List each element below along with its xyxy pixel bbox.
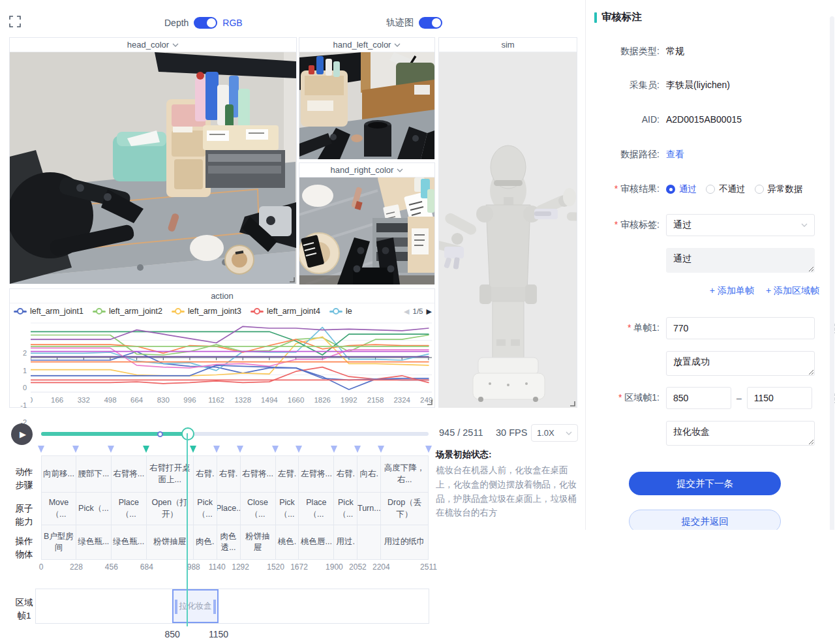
scale-tick-label: 456 [105,562,118,572]
panel-title-row: 审核标注 [594,10,642,24]
table-cell: Pick（... [76,493,112,525]
toggle-knob [207,18,216,27]
data-path-row: 数据路径: 查看 [594,149,823,161]
boundary-marker-icon [108,446,114,453]
timeline-rail [41,419,429,445]
steps-table-row-object: B户型房间绿色瓶...绿色瓶...粉饼抽屉肉色.肉色透...粉饼抽屉桃色.桃色唇… [41,525,429,560]
panel-title: 审核标注 [601,10,642,24]
depth-rgb-toggle[interactable] [194,17,217,29]
boundary-marker-icon [354,446,361,453]
legend-item-le[interactable]: le [329,307,352,316]
review-tag-note[interactable]: 通过 [666,248,815,273]
table-cell: 高度下降，右... [381,455,429,493]
region-frame-track[interactable]: 拉化妆盒 [35,589,429,624]
sim-viewport[interactable] [439,52,577,408]
chart-area: 210-1-2 [10,319,434,396]
x-tick-label: 1660 [288,396,305,404]
playback-speed-select[interactable]: 1.0X [531,424,578,442]
legend-item-left_arm_joint4[interactable]: left_arm_joint4 [250,307,320,316]
resize-handle-icon[interactable] [289,277,295,283]
review-tag-select[interactable]: 通过 [666,214,815,236]
add-single-frame-link[interactable]: + 添加单帧 [710,285,754,297]
legend-label: left_arm_joint1 [30,307,84,316]
radio-option-fail[interactable]: 不通过 [706,183,746,195]
single-frame-note[interactable]: 放置成功 [666,351,815,376]
play-button[interactable]: ▶ [11,423,33,445]
x-tick-label: 1328 [234,396,251,404]
table-cell: 用过的纸巾 [381,525,429,560]
single-frame-label: 单帧1: [594,322,660,334]
table-cell: 右臂将... [241,455,276,493]
range-separator: – [736,393,742,403]
legend-item-left_arm_joint2[interactable]: left_arm_joint2 [93,307,162,316]
legend-item-left_arm_joint1[interactable]: left_arm_joint1 [14,307,84,316]
toggle-knob [432,18,441,27]
hand-right-camera-select[interactable]: hand_right_color [299,163,434,177]
scale-tick-label: 228 [70,562,83,572]
segment-right-handle[interactable] [213,600,216,614]
x-tick-label: 2158 [367,396,384,404]
speed-value: 1.0X [537,428,554,438]
table-cell: 绿色瓶... [76,525,112,560]
scale-tick-label: 1140 [209,562,226,572]
region-frame-end-input[interactable] [747,387,812,409]
chevron-down-icon [394,43,401,47]
play-icon: ▶ [20,429,26,439]
radio-option-abnormal[interactable]: 异常数据 [755,183,803,195]
trajectory-toggle[interactable] [419,17,442,29]
hand-right-camera-panel: hand_right_color [299,162,435,284]
x-tick-label: 830 [157,396,170,404]
chevron-down-icon [397,168,403,172]
submit-next-button[interactable]: 提交并下一条 [629,472,781,495]
table-cell: 右臂. [334,455,357,493]
table-cell: 右臂将... [112,455,147,493]
panel-scrollbar[interactable] [830,16,834,542]
resize-handle-icon[interactable] [569,401,575,406]
scene-initial-state: 场景初始状态: 梳妆台在机器人前，化妆盒在桌面上，化妆盒的侧边摆放着物品，化妆品… [436,448,583,520]
scale-tick-label: 0 [39,562,44,572]
table-cell: Place（... [112,493,147,525]
add-region-frame-link[interactable]: + 添加区域帧 [766,285,819,297]
fullscreen-icon[interactable] [9,16,21,27]
radio-option-pass[interactable]: 通过 [666,183,697,195]
table-cell: 用过. [334,525,357,560]
review-result-row: 审核结果: 通过 不通过 异常数据 [594,183,823,195]
resize-handle-icon[interactable] [427,399,433,405]
radio-label: 异常数据 [768,183,803,195]
table-cell: Move（... [41,493,76,525]
table-cell: 右臂. [217,455,241,493]
legend-item-left_arm_joint3[interactable]: left_arm_joint3 [172,307,241,316]
table-cell: 桃色. [276,525,299,560]
collector-value: 李轶晨(liyichen) [666,80,730,91]
table-cell: 桃色唇... [299,525,334,560]
frame-progress-text: 945 / 2511 [439,427,483,438]
playhead-line[interactable] [187,433,188,626]
region-end-label: 1150 [209,629,228,639]
head-camera-select[interactable]: head_color [10,38,296,52]
legend-next-page-icon[interactable]: ▶ [427,307,432,316]
chevron-down-icon [172,43,179,47]
boundary-marker-icon [272,446,279,453]
radio-label: 通过 [679,183,697,195]
row-label-object: 操作 物体 [9,535,39,560]
table-cell: Close（... [241,493,276,525]
y-tick-label: 0 [10,384,27,391]
legend-label: le [346,307,352,316]
data-path-view-link[interactable]: 查看 [666,149,684,161]
slider-handle[interactable] [181,427,194,440]
single-frame-input[interactable] [666,317,815,339]
table-cell: 肉色. [194,525,217,560]
table-cell: 向前移... [41,455,76,493]
legend-marker-icon [250,308,264,314]
slider-fill [41,432,187,436]
segment-left-handle[interactable] [175,600,177,614]
region-frame-row: 区域帧1: – [594,387,823,409]
legend-prev-page-icon[interactable]: ◀ [404,307,409,316]
hand-left-camera-select[interactable]: hand_left_color [299,38,434,52]
region-frame-note[interactable]: 拉化妆盒 [666,421,815,446]
region-start-label: 850 [164,629,179,639]
region-segment[interactable]: 拉化妆盒 [172,589,219,623]
region-frame-start-input[interactable] [666,387,731,409]
single-frame-dot-marker[interactable] [157,431,163,437]
timeline-slider[interactable] [41,432,429,436]
